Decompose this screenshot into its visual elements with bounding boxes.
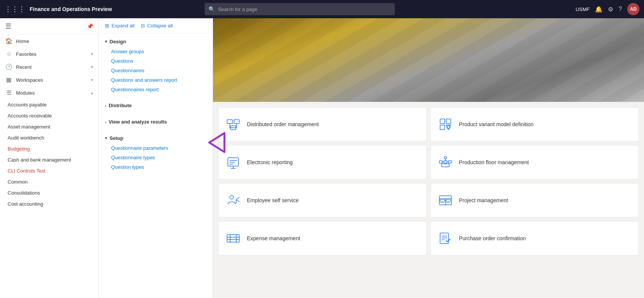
module-asset-management[interactable]: Asset management: [0, 121, 99, 132]
tile-product-variant[interactable]: Product variant model definition: [431, 107, 639, 141]
modules-icon: ☰: [5, 89, 12, 96]
main-layout: ☰ 📌 🏠 Home ☆ Favorites ▾ 🕐 Recent ▾ ▦ Wo…: [0, 18, 644, 298]
workspaces-icon: ▦: [5, 76, 12, 83]
svg-rect-20: [448, 161, 452, 163]
electronic-reporting-icon: [226, 155, 241, 170]
tree-item-questions[interactable]: Questions: [99, 56, 213, 66]
pin-icon[interactable]: 📌: [87, 23, 93, 29]
module-audit-workbench[interactable]: Audit workbench: [0, 132, 99, 143]
workspaces-label: Workspaces: [16, 77, 87, 83]
product-variant-label: Product variant model definition: [459, 121, 534, 128]
recent-chevron: ▾: [91, 65, 93, 70]
tiles-grid: Distributed order management Product var…: [213, 102, 644, 261]
tree-item-questionnaires[interactable]: Questionnaires: [99, 66, 213, 75]
setup-collapse-arrow: ▾: [105, 136, 107, 141]
search-input[interactable]: [218, 6, 391, 12]
tile-project-management[interactable]: Project management: [431, 183, 639, 217]
production-floor-label: Production floor management: [459, 159, 529, 166]
section-setup-header[interactable]: ▾ Setup: [99, 133, 213, 143]
electronic-reporting-label: Electronic reporting: [247, 159, 293, 166]
modules-label: Modules: [16, 90, 87, 96]
sidebar-item-recent[interactable]: 🕐 Recent ▾: [0, 60, 99, 73]
svg-rect-8: [446, 119, 451, 124]
svg-rect-37: [227, 235, 239, 242]
hamburger-icon[interactable]: ☰: [5, 22, 11, 30]
svg-rect-23: [442, 164, 449, 167]
product-variant-icon: [438, 117, 453, 132]
distribute-expand-arrow: ›: [105, 103, 107, 108]
expand-all-button[interactable]: ⊞ Expand all: [105, 23, 135, 29]
section-design: ▾ Design Answer groups Questions Questio…: [99, 33, 213, 97]
svg-line-28: [236, 200, 239, 202]
expense-management-icon: [226, 231, 241, 246]
app-title: Finance and Operations Preview: [30, 6, 112, 12]
modules-chevron: ▴: [91, 90, 93, 95]
home-label: Home: [16, 38, 93, 44]
module-budgeting[interactable]: Budgeting: [0, 143, 99, 154]
sidebar-item-favorites[interactable]: ☆ Favorites ▾: [0, 48, 99, 60]
hero-image-inner: [213, 18, 644, 102]
svg-rect-7: [440, 119, 445, 124]
workspaces-chevron: ▾: [91, 78, 93, 82]
module-accounts-payable[interactable]: Accounts payable: [0, 99, 99, 110]
collapse-all-label: Collapse all: [147, 23, 173, 29]
setup-label: Setup: [110, 135, 123, 141]
help-icon[interactable]: ?: [619, 6, 622, 13]
favorites-label: Favorites: [16, 51, 87, 57]
section-view-analyze-header[interactable]: › View and analyze results: [99, 117, 213, 127]
distributed-order-icon: [226, 117, 241, 132]
settings-icon[interactable]: ⚙: [608, 6, 613, 13]
tree-item-qa-report[interactable]: Questions and answers report: [99, 75, 213, 85]
section-distribute-header[interactable]: › Distribute: [99, 100, 213, 111]
tile-production-floor[interactable]: Production floor management: [431, 145, 639, 179]
svg-point-26: [230, 195, 234, 199]
svg-rect-34: [446, 200, 451, 201]
distributed-order-label: Distributed order management: [247, 121, 319, 128]
section-distribute: › Distribute: [99, 97, 213, 114]
employee-self-icon: [226, 193, 241, 208]
tile-employee-self[interactable]: Employee self service: [218, 183, 427, 217]
module-cli-controls[interactable]: CLI Controls Test: [0, 165, 99, 176]
recent-label: Recent: [16, 64, 87, 70]
module-cost-accounting[interactable]: Cost accounting: [0, 198, 99, 209]
tile-expense-management[interactable]: Expense management: [218, 221, 427, 255]
sidebar-item-workspaces[interactable]: ▦ Workspaces ▾: [0, 73, 99, 86]
tile-purchase-order[interactable]: Purchase order confirmation: [431, 221, 639, 255]
sidebar-navigation: 🏠 Home ☆ Favorites ▾ 🕐 Recent ▾ ▦ Worksp…: [0, 35, 99, 298]
middle-panel: ⊞ Expand all ⊟ Collapse all ▾ Design Ans…: [99, 18, 213, 298]
user-avatar[interactable]: AD: [627, 3, 639, 15]
tile-electronic-reporting[interactable]: Electronic reporting: [218, 145, 427, 179]
user-company-label: USMF: [576, 6, 590, 12]
project-management-label: Project management: [459, 197, 508, 204]
purchase-order-label: Purchase order confirmation: [459, 235, 526, 242]
section-setup: ▾ Setup Questionnaire parameters Questio…: [99, 130, 213, 175]
svg-line-27: [236, 197, 239, 200]
sidebar-item-home[interactable]: 🏠 Home: [0, 35, 99, 48]
module-consolidations[interactable]: Consolidations: [0, 187, 99, 198]
home-icon: 🏠: [5, 38, 12, 44]
notification-icon[interactable]: 🔔: [595, 6, 603, 13]
search-bar: 🔍: [205, 3, 395, 15]
top-nav-right: USMF 🔔 ⚙ ? AD: [576, 3, 639, 15]
svg-rect-0: [227, 120, 232, 124]
section-design-header[interactable]: ▾ Design: [99, 36, 213, 47]
project-management-icon: [438, 193, 453, 208]
tree-item-questionnaire-types[interactable]: Questionnaire types: [99, 153, 213, 162]
sidebar-item-modules[interactable]: ☰ Modules ▴: [0, 86, 99, 99]
tile-distributed-order[interactable]: Distributed order management: [218, 107, 427, 141]
collapse-all-button[interactable]: ⊟ Collapse all: [141, 23, 173, 29]
module-accounts-receivable[interactable]: Accounts receivable: [0, 110, 99, 121]
tree-item-question-types[interactable]: Question types: [99, 162, 213, 172]
module-cash-bank[interactable]: Cash and bank management: [0, 154, 99, 165]
svg-rect-19: [444, 161, 447, 163]
svg-rect-33: [440, 200, 445, 201]
tree-item-answer-groups[interactable]: Answer groups: [99, 47, 213, 56]
view-analyze-label: View and analyze results: [109, 119, 167, 125]
tree-item-questionnaire-params[interactable]: Questionnaire parameters: [99, 143, 213, 153]
expense-management-label: Expense management: [247, 235, 300, 242]
left-sidebar: ☰ 📌 🏠 Home ☆ Favorites ▾ 🕐 Recent ▾ ▦ Wo…: [0, 18, 99, 298]
module-common[interactable]: Common: [0, 176, 99, 187]
tree-item-questionnaires-report[interactable]: Questionnaires report: [99, 85, 213, 94]
design-label: Design: [110, 39, 126, 44]
app-grid-icon[interactable]: ⋮⋮⋮: [5, 5, 25, 13]
